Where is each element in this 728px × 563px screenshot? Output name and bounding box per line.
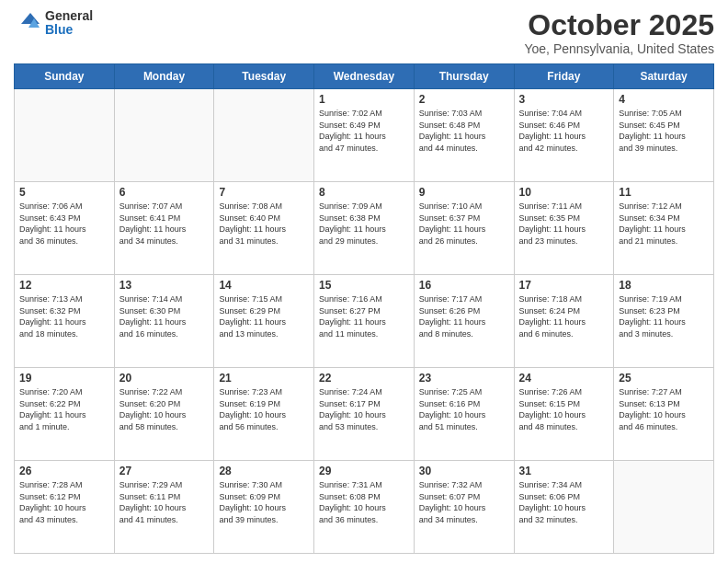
calendar-header: SundayMondayTuesdayWednesdayThursdayFrid… <box>15 64 714 89</box>
calendar-day-cell: 20Sunrise: 7:22 AM Sunset: 6:20 PM Dayli… <box>114 368 214 461</box>
calendar-day-cell: 12Sunrise: 7:13 AM Sunset: 6:32 PM Dayli… <box>15 275 115 368</box>
day-info: Sunrise: 7:17 AM Sunset: 6:26 PM Dayligh… <box>419 293 509 339</box>
calendar-day-cell: 22Sunrise: 7:24 AM Sunset: 6:17 PM Dayli… <box>314 368 415 461</box>
calendar-day-cell: 5Sunrise: 7:06 AM Sunset: 6:43 PM Daylig… <box>15 182 115 275</box>
day-number: 2 <box>419 93 509 106</box>
day-info: Sunrise: 7:02 AM Sunset: 6:49 PM Dayligh… <box>319 108 409 154</box>
day-number: 11 <box>619 186 709 199</box>
logo-icon <box>14 9 41 37</box>
day-number: 30 <box>419 465 509 477</box>
calendar-day-cell: 26Sunrise: 7:28 AM Sunset: 6:12 PM Dayli… <box>15 461 115 554</box>
day-info: Sunrise: 7:26 AM Sunset: 6:15 PM Dayligh… <box>519 386 609 432</box>
calendar-day-cell: 8Sunrise: 7:09 AM Sunset: 6:38 PM Daylig… <box>314 182 415 275</box>
day-of-week-header: Thursday <box>414 64 514 89</box>
day-info: Sunrise: 7:05 AM Sunset: 6:45 PM Dayligh… <box>619 108 709 154</box>
day-number: 28 <box>219 465 309 477</box>
calendar-day-cell: 27Sunrise: 7:29 AM Sunset: 6:11 PM Dayli… <box>114 461 214 554</box>
calendar-day-cell: 23Sunrise: 7:25 AM Sunset: 6:16 PM Dayli… <box>414 368 514 461</box>
day-number: 25 <box>619 372 709 385</box>
day-number: 27 <box>119 465 210 477</box>
day-info: Sunrise: 7:34 AM Sunset: 6:06 PM Dayligh… <box>519 479 609 525</box>
day-info: Sunrise: 7:08 AM Sunset: 6:40 PM Dayligh… <box>219 201 309 247</box>
calendar-day-cell: 13Sunrise: 7:14 AM Sunset: 6:30 PM Dayli… <box>114 275 214 368</box>
calendar-day-cell: 11Sunrise: 7:12 AM Sunset: 6:34 PM Dayli… <box>614 182 714 275</box>
day-info: Sunrise: 7:28 AM Sunset: 6:12 PM Dayligh… <box>19 479 109 525</box>
calendar-table: SundayMondayTuesdayWednesdayThursdayFrid… <box>14 63 714 554</box>
day-number: 16 <box>419 279 509 292</box>
calendar-day-cell: 14Sunrise: 7:15 AM Sunset: 6:29 PM Dayli… <box>214 275 314 368</box>
day-number: 3 <box>519 93 609 106</box>
calendar-week-row: 5Sunrise: 7:06 AM Sunset: 6:43 PM Daylig… <box>15 182 714 275</box>
day-info: Sunrise: 7:29 AM Sunset: 6:11 PM Dayligh… <box>119 479 210 525</box>
day-number: 5 <box>19 186 109 199</box>
day-number: 12 <box>19 279 109 292</box>
day-info: Sunrise: 7:14 AM Sunset: 6:30 PM Dayligh… <box>119 293 210 339</box>
calendar-week-row: 12Sunrise: 7:13 AM Sunset: 6:32 PM Dayli… <box>15 275 714 368</box>
day-number: 29 <box>319 465 409 477</box>
logo-general: General <box>45 9 93 23</box>
calendar-day-cell: 9Sunrise: 7:10 AM Sunset: 6:37 PM Daylig… <box>414 182 514 275</box>
day-number: 20 <box>119 372 210 385</box>
day-info: Sunrise: 7:15 AM Sunset: 6:29 PM Dayligh… <box>219 293 309 339</box>
page: General Blue October 2025 Yoe, Pennsylva… <box>0 0 728 563</box>
calendar-day-cell: 17Sunrise: 7:18 AM Sunset: 6:24 PM Dayli… <box>514 275 614 368</box>
day-of-week-header: Wednesday <box>314 64 415 89</box>
day-number: 24 <box>519 372 609 385</box>
day-number: 19 <box>19 372 109 385</box>
calendar-day-cell: 21Sunrise: 7:23 AM Sunset: 6:19 PM Dayli… <box>214 368 314 461</box>
subtitle: Yoe, Pennsylvania, United States <box>524 41 714 56</box>
calendar-day-cell <box>614 461 714 554</box>
day-info: Sunrise: 7:32 AM Sunset: 6:07 PM Dayligh… <box>419 479 509 525</box>
calendar-day-cell: 3Sunrise: 7:04 AM Sunset: 6:46 PM Daylig… <box>514 89 614 182</box>
day-number: 26 <box>19 465 109 477</box>
day-info: Sunrise: 7:19 AM Sunset: 6:23 PM Dayligh… <box>619 293 709 339</box>
day-info: Sunrise: 7:03 AM Sunset: 6:48 PM Dayligh… <box>419 108 509 154</box>
day-info: Sunrise: 7:09 AM Sunset: 6:38 PM Dayligh… <box>319 201 409 247</box>
day-of-week-header: Sunday <box>15 64 115 89</box>
month-title: October 2025 <box>524 9 714 41</box>
day-info: Sunrise: 7:12 AM Sunset: 6:34 PM Dayligh… <box>619 201 709 247</box>
day-info: Sunrise: 7:24 AM Sunset: 6:17 PM Dayligh… <box>319 386 409 432</box>
day-number: 23 <box>419 372 509 385</box>
day-of-week-header: Monday <box>114 64 214 89</box>
day-number: 9 <box>419 186 509 199</box>
calendar-day-cell: 6Sunrise: 7:07 AM Sunset: 6:41 PM Daylig… <box>114 182 214 275</box>
day-info: Sunrise: 7:25 AM Sunset: 6:16 PM Dayligh… <box>419 386 509 432</box>
day-info: Sunrise: 7:11 AM Sunset: 6:35 PM Dayligh… <box>519 201 609 247</box>
calendar-body: 1Sunrise: 7:02 AM Sunset: 6:49 PM Daylig… <box>15 89 714 554</box>
calendar-day-cell: 1Sunrise: 7:02 AM Sunset: 6:49 PM Daylig… <box>314 89 415 182</box>
day-info: Sunrise: 7:18 AM Sunset: 6:24 PM Dayligh… <box>519 293 609 339</box>
day-number: 8 <box>319 186 409 199</box>
day-number: 31 <box>519 465 609 477</box>
logo-text: General Blue <box>45 9 93 38</box>
calendar-day-cell: 29Sunrise: 7:31 AM Sunset: 6:08 PM Dayli… <box>314 461 415 554</box>
calendar-week-row: 19Sunrise: 7:20 AM Sunset: 6:22 PM Dayli… <box>15 368 714 461</box>
day-info: Sunrise: 7:23 AM Sunset: 6:19 PM Dayligh… <box>219 386 309 432</box>
calendar-day-cell: 10Sunrise: 7:11 AM Sunset: 6:35 PM Dayli… <box>514 182 614 275</box>
logo-blue: Blue <box>45 23 93 37</box>
calendar-week-row: 26Sunrise: 7:28 AM Sunset: 6:12 PM Dayli… <box>15 461 714 554</box>
calendar-day-cell: 24Sunrise: 7:26 AM Sunset: 6:15 PM Dayli… <box>514 368 614 461</box>
calendar-day-cell: 7Sunrise: 7:08 AM Sunset: 6:40 PM Daylig… <box>214 182 314 275</box>
day-number: 18 <box>619 279 709 292</box>
calendar-day-cell: 19Sunrise: 7:20 AM Sunset: 6:22 PM Dayli… <box>15 368 115 461</box>
day-number: 21 <box>219 372 309 385</box>
days-of-week-row: SundayMondayTuesdayWednesdayThursdayFrid… <box>15 64 714 89</box>
calendar-week-row: 1Sunrise: 7:02 AM Sunset: 6:49 PM Daylig… <box>15 89 714 182</box>
header: General Blue October 2025 Yoe, Pennsylva… <box>14 9 714 56</box>
day-info: Sunrise: 7:10 AM Sunset: 6:37 PM Dayligh… <box>419 201 509 247</box>
day-number: 6 <box>119 186 210 199</box>
calendar-day-cell: 30Sunrise: 7:32 AM Sunset: 6:07 PM Dayli… <box>414 461 514 554</box>
calendar-day-cell: 31Sunrise: 7:34 AM Sunset: 6:06 PM Dayli… <box>514 461 614 554</box>
day-number: 17 <box>519 279 609 292</box>
day-number: 22 <box>319 372 409 385</box>
day-of-week-header: Tuesday <box>214 64 314 89</box>
day-of-week-header: Friday <box>514 64 614 89</box>
day-info: Sunrise: 7:27 AM Sunset: 6:13 PM Dayligh… <box>619 386 709 432</box>
logo: General Blue <box>14 9 93 38</box>
calendar-day-cell: 4Sunrise: 7:05 AM Sunset: 6:45 PM Daylig… <box>614 89 714 182</box>
day-number: 1 <box>319 93 409 106</box>
calendar-day-cell <box>15 89 115 182</box>
day-info: Sunrise: 7:16 AM Sunset: 6:27 PM Dayligh… <box>319 293 409 339</box>
day-number: 15 <box>319 279 409 292</box>
